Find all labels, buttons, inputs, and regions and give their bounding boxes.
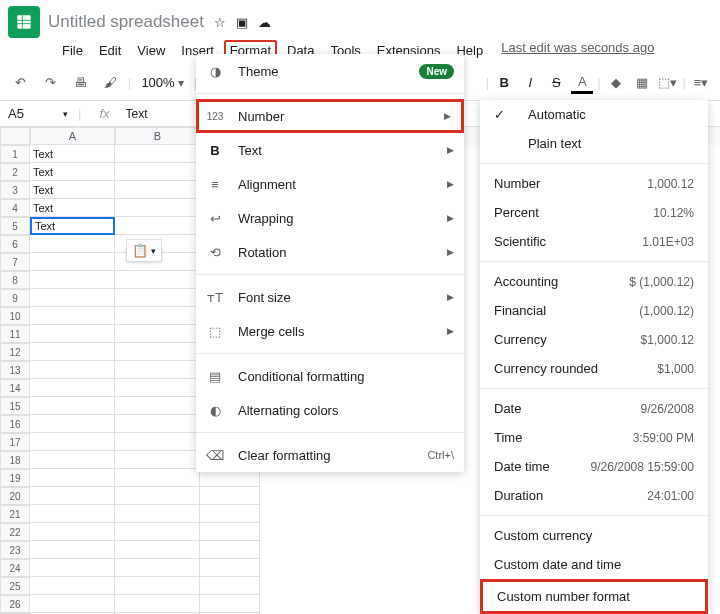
cell[interactable] <box>115 397 200 415</box>
cell[interactable] <box>115 343 200 361</box>
row-header[interactable]: 17 <box>0 433 30 451</box>
row-header[interactable]: 5 <box>0 217 30 235</box>
num-accounting[interactable]: Accounting$ (1,000.12) <box>480 267 708 296</box>
fill-color-icon[interactable]: ◆ <box>605 72 627 94</box>
cell[interactable] <box>30 271 115 289</box>
num-datetime[interactable]: Date time9/26/2008 15:59:00 <box>480 452 708 481</box>
menu-theme[interactable]: ◑ThemeNew <box>196 54 464 88</box>
cell[interactable] <box>30 325 115 343</box>
cell[interactable] <box>115 541 200 559</box>
cell[interactable] <box>115 433 200 451</box>
align-icon[interactable]: ≡▾ <box>690 72 712 94</box>
menu-wrapping[interactable]: ↩Wrapping▶ <box>196 201 464 235</box>
menu-conditional[interactable]: ▤Conditional formatting <box>196 359 464 393</box>
row-header[interactable]: 14 <box>0 379 30 397</box>
cell[interactable] <box>115 379 200 397</box>
cell[interactable] <box>115 199 200 217</box>
menu-clear-format[interactable]: ⌫Clear formattingCtrl+\ <box>196 438 464 472</box>
cell[interactable] <box>115 217 200 235</box>
col-header[interactable]: A <box>30 127 115 145</box>
num-custom-number[interactable]: Custom number format <box>480 579 708 614</box>
cell[interactable] <box>115 451 200 469</box>
cell[interactable] <box>30 541 115 559</box>
row-header[interactable]: 1 <box>0 145 30 163</box>
cell[interactable] <box>200 487 260 505</box>
cell[interactable] <box>30 397 115 415</box>
cell[interactable] <box>200 577 260 595</box>
cell[interactable] <box>30 487 115 505</box>
menu-number[interactable]: 123Number▶ <box>196 99 464 133</box>
num-number[interactable]: Number1,000.12 <box>480 169 708 198</box>
cell[interactable] <box>30 235 115 253</box>
cell[interactable] <box>30 361 115 379</box>
cell[interactable] <box>30 595 115 613</box>
sheets-logo[interactable] <box>8 6 40 38</box>
cell[interactable] <box>30 343 115 361</box>
cell[interactable] <box>30 523 115 541</box>
row-header[interactable]: 15 <box>0 397 30 415</box>
num-scientific[interactable]: Scientific1.01E+03 <box>480 227 708 256</box>
cell[interactable] <box>30 289 115 307</box>
row-header[interactable]: 16 <box>0 415 30 433</box>
row-header[interactable]: 9 <box>0 289 30 307</box>
row-header[interactable]: 23 <box>0 541 30 559</box>
cell[interactable] <box>30 469 115 487</box>
row-header[interactable]: 13 <box>0 361 30 379</box>
paste-options[interactable]: 📋▾ <box>126 239 162 262</box>
cell[interactable] <box>30 253 115 271</box>
cell[interactable] <box>30 505 115 523</box>
cell[interactable] <box>30 559 115 577</box>
star-icon[interactable]: ☆ <box>214 15 226 30</box>
cell[interactable] <box>200 523 260 541</box>
borders-icon[interactable]: ▦ <box>631 72 653 94</box>
cell[interactable] <box>200 595 260 613</box>
cell[interactable] <box>115 163 200 181</box>
row-header[interactable]: 11 <box>0 325 30 343</box>
cell[interactable]: Text <box>30 163 115 181</box>
num-percent[interactable]: Percent10.12% <box>480 198 708 227</box>
row-header[interactable]: 4 <box>0 199 30 217</box>
row-header[interactable]: 3 <box>0 181 30 199</box>
strike-icon[interactable]: S <box>545 72 567 94</box>
row-header[interactable]: 10 <box>0 307 30 325</box>
row-header[interactable]: 2 <box>0 163 30 181</box>
row-header[interactable]: 8 <box>0 271 30 289</box>
menu-text[interactable]: BText▶ <box>196 133 464 167</box>
last-edit-link[interactable]: Last edit was seconds ago <box>501 40 654 61</box>
cell[interactable] <box>115 469 200 487</box>
cell[interactable] <box>115 325 200 343</box>
col-header[interactable]: B <box>115 127 200 145</box>
italic-icon[interactable]: I <box>519 72 541 94</box>
num-date[interactable]: Date9/26/2008 <box>480 394 708 423</box>
cell[interactable] <box>115 559 200 577</box>
menu-rotation[interactable]: ⟲Rotation▶ <box>196 235 464 269</box>
undo-icon[interactable]: ↶ <box>8 71 32 95</box>
cell[interactable] <box>115 505 200 523</box>
row-header[interactable]: 21 <box>0 505 30 523</box>
cell[interactable] <box>115 523 200 541</box>
cell[interactable] <box>30 415 115 433</box>
cell[interactable] <box>115 289 200 307</box>
menu-fontsize[interactable]: ᴛTFont size▶ <box>196 280 464 314</box>
cell[interactable] <box>115 361 200 379</box>
bold-icon[interactable]: B <box>493 72 515 94</box>
menu-file[interactable]: File <box>56 40 89 61</box>
row-header[interactable]: 22 <box>0 523 30 541</box>
num-financial[interactable]: Financial(1,000.12) <box>480 296 708 325</box>
row-header[interactable]: 26 <box>0 595 30 613</box>
menu-alternating[interactable]: ◐Alternating colors <box>196 393 464 427</box>
row-header[interactable]: 20 <box>0 487 30 505</box>
print-icon[interactable]: 🖶 <box>68 71 92 95</box>
row-header[interactable]: 25 <box>0 577 30 595</box>
cell[interactable]: Text <box>30 217 115 235</box>
cell[interactable] <box>200 559 260 577</box>
cell[interactable] <box>200 541 260 559</box>
menu-view[interactable]: View <box>131 40 171 61</box>
row-header[interactable]: 18 <box>0 451 30 469</box>
formula-bar[interactable]: Text <box>126 107 148 121</box>
num-plain[interactable]: Plain text <box>480 129 708 158</box>
row-header[interactable]: 24 <box>0 559 30 577</box>
cell[interactable] <box>30 433 115 451</box>
cloud-icon[interactable]: ☁ <box>258 15 271 30</box>
cell[interactable] <box>115 181 200 199</box>
